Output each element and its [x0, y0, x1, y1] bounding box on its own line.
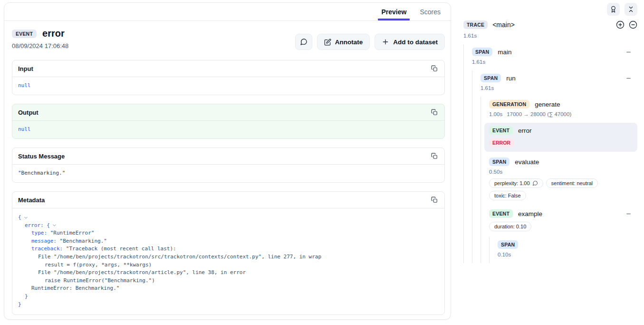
- node-type-badge: EVENT: [489, 126, 513, 135]
- node-score-pills: duration: 0.10: [489, 222, 633, 231]
- expand-all-button[interactable]: [616, 20, 625, 29]
- node-token-usage: 17000 → 28000 (∑ 47000): [507, 111, 571, 117]
- metadata-line: File "/home/ben/projects/trackotron/arti…: [18, 269, 439, 277]
- node-duration: 1.61s: [472, 59, 485, 65]
- tree-node-row[interactable]: EVENT example: [489, 209, 633, 218]
- json-collapse-chevron[interactable]: [52, 223, 57, 228]
- input-section: Input null: [12, 60, 445, 95]
- copy-icon: [431, 65, 438, 72]
- tab-preview[interactable]: Preview: [380, 3, 408, 20]
- metadata-line: {: [18, 214, 439, 222]
- tree-node-row[interactable]: SPAN run: [481, 74, 633, 82]
- metadata-line: File "/home/ben/projects/trackotron/src/…: [18, 253, 439, 261]
- tree-node-row[interactable]: EVENT error: [489, 126, 633, 135]
- node-duration: 1.00s: [489, 111, 502, 117]
- metadata-line: error: {: [18, 222, 439, 230]
- comment-button[interactable]: [295, 34, 312, 50]
- trace-panel-controls: [607, 3, 637, 16]
- metadata-line: traceback: "Traceback (most recent call …: [18, 245, 439, 253]
- copy-input-button[interactable]: [430, 64, 439, 73]
- metadata-line: }: [18, 293, 439, 301]
- node-duration: 0.50s: [489, 169, 502, 175]
- tree-indent-guide: [472, 154, 481, 206]
- collapse-all-button[interactable]: [629, 20, 637, 29]
- tree-node: EVENT error ERROR: [463, 123, 637, 154]
- chevrons-fold-icon: [627, 6, 634, 13]
- node-name: error: [518, 127, 532, 134]
- tree-node-row[interactable]: SPAN: [498, 240, 633, 249]
- copy-output-button[interactable]: [430, 108, 439, 117]
- metadata-line: raise RuntimeError("Benchmarking."): [18, 277, 439, 285]
- tree-node-row[interactable]: SPAN evaluate: [489, 158, 633, 166]
- node-type-badge: SPAN: [481, 74, 501, 82]
- error-level-tag: ERROR: [489, 138, 514, 147]
- trace-root-row[interactable]: TRACE <main>: [463, 20, 637, 29]
- add-to-dataset-button[interactable]: Add to dataset: [375, 34, 445, 50]
- node-type-badge: EVENT: [489, 209, 513, 218]
- tab-bar: Preview Scores: [4, 3, 451, 21]
- tree-node: SPAN 0.10s: [463, 237, 637, 263]
- input-section-title: Input: [18, 65, 33, 72]
- tree-indent-guide: [463, 97, 472, 123]
- tree-node: EVENT example duration: 0.10: [463, 206, 637, 237]
- event-title: error: [42, 28, 65, 39]
- tree-indent-guide: [463, 206, 472, 237]
- node-name: evaluate: [515, 158, 539, 166]
- node-type-badge: SPAN: [472, 48, 492, 56]
- tree-indent-guide: [481, 237, 489, 263]
- status-message-section: Status Message "Benchmarking.": [12, 148, 445, 183]
- node-collapse-toggle[interactable]: [625, 49, 633, 55]
- metadata-section: Metadata {error: {type: "RuntimeError"me…: [12, 191, 445, 315]
- metadata-code: {error: {type: "RuntimeError"message: "B…: [12, 208, 444, 315]
- output-value: null: [18, 126, 31, 132]
- score-pill[interactable]: duration: 0.10: [489, 222, 531, 231]
- score-pill-label: perplexity: 1.00: [494, 180, 530, 186]
- trace-duration: 1.61s: [463, 33, 637, 39]
- tree-indent-guide: [463, 70, 472, 97]
- card-body: EVENT error 08/09/2024 17:06:48 Anno: [4, 21, 451, 319]
- trace-panel: TRACE <main> 1.61s SPAN ma: [463, 0, 637, 325]
- annotate-button[interactable]: Annotate: [317, 34, 370, 50]
- score-pill-label: sentiment: neutral: [551, 180, 593, 186]
- node-type-badge: GENERATION: [489, 100, 529, 108]
- tree-node-row[interactable]: GENERATION generate: [489, 100, 633, 108]
- comment-icon: [300, 38, 308, 46]
- tab-scores[interactable]: Scores: [418, 3, 442, 20]
- score-pill-label: duration: 0.10: [494, 224, 526, 229]
- trace-badge: TRACE: [463, 20, 488, 29]
- award-icon: [610, 6, 617, 13]
- tree-node-row[interactable]: SPAN main: [472, 48, 633, 56]
- copy-icon: [431, 153, 438, 159]
- node-score-pills: perplexity: 1.00sentiment: neutraltoxic:…: [489, 178, 633, 200]
- node-type-badge: SPAN: [498, 240, 518, 249]
- copy-status-button[interactable]: [430, 152, 439, 160]
- add-to-dataset-label: Add to dataset: [393, 39, 438, 46]
- event-type-badge: EVENT: [12, 30, 37, 38]
- tree-node: SPAN evaluate 0.50s perplexity: 1.00sent…: [463, 154, 637, 206]
- tree-indent-guide: [472, 123, 481, 154]
- input-value: null: [18, 82, 31, 89]
- node-collapse-toggle[interactable]: [625, 211, 633, 217]
- page-root: Preview Scores EVENT error 08/09/2024 17…: [0, 0, 644, 325]
- plus-circle-icon: [616, 20, 625, 29]
- status-message-value: "Benchmarking.": [18, 170, 65, 176]
- tree-indent-guide: [463, 154, 472, 206]
- node-collapse-toggle[interactable]: [625, 75, 633, 81]
- node-duration: 0.10s: [498, 252, 511, 257]
- score-pill[interactable]: sentiment: neutral: [546, 178, 598, 188]
- scores-award-button[interactable]: [607, 3, 620, 16]
- score-pill[interactable]: toxic: False: [489, 191, 526, 200]
- node-type-badge: SPAN: [489, 158, 509, 166]
- output-section: Output null: [12, 104, 445, 139]
- metadata-line: result = f(proxy, *args, **kwargs): [18, 261, 439, 269]
- collapse-panel-button[interactable]: [625, 3, 637, 16]
- copy-metadata-button[interactable]: [430, 196, 439, 204]
- event-header: EVENT error 08/09/2024 17:06:48 Anno: [12, 28, 445, 49]
- json-collapse-chevron[interactable]: [23, 215, 29, 220]
- score-pill[interactable]: perplexity: 1.00: [489, 178, 543, 188]
- node-tags: ERROR: [489, 138, 633, 147]
- edit-icon: [324, 39, 331, 46]
- tree-indent-guide: [472, 237, 481, 263]
- score-pill-label: toxic: False: [494, 193, 521, 198]
- copy-icon: [431, 197, 438, 203]
